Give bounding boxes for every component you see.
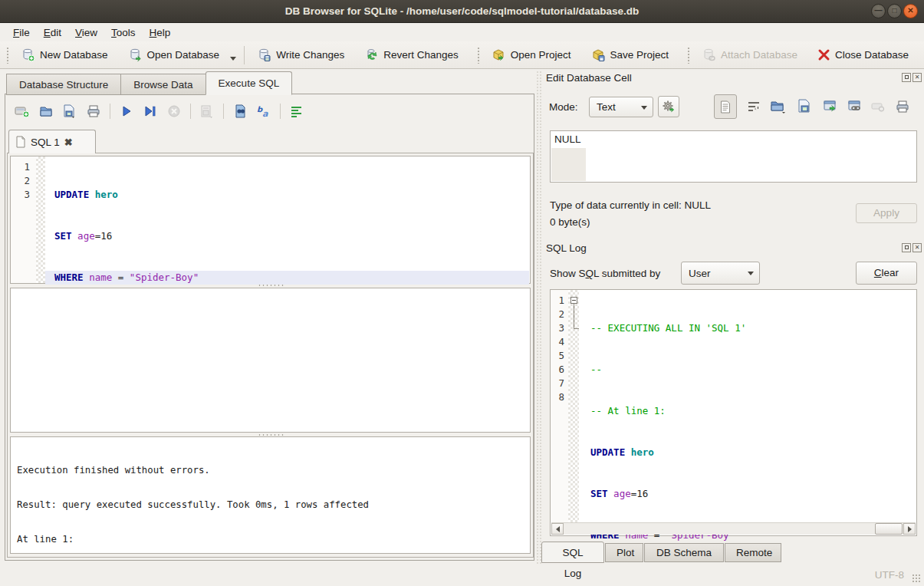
new-database-button[interactable]: New Database bbox=[15, 44, 114, 65]
open-in-app-icon[interactable] bbox=[820, 97, 840, 117]
toolbar-separator bbox=[280, 104, 281, 119]
find-replace-icon[interactable] bbox=[231, 103, 249, 120]
save-project-icon bbox=[591, 48, 606, 62]
maximize-button[interactable]: □ bbox=[887, 4, 902, 18]
chevron-down-icon bbox=[748, 272, 754, 275]
menu-view[interactable]: View bbox=[68, 25, 104, 40]
message-line: At line 1: bbox=[17, 534, 524, 545]
menu-edit[interactable]: Edit bbox=[37, 25, 68, 40]
open-sql-file-icon[interactable] bbox=[37, 103, 55, 120]
status-encoding: UTF-8 bbox=[875, 569, 904, 581]
fold-collapse-icon[interactable] bbox=[571, 297, 577, 304]
set-null-icon bbox=[868, 97, 888, 117]
dock-tab-remote[interactable]: Remote bbox=[725, 543, 781, 562]
sql-editor[interactable]: 1 2 3 UPDATE hero SET age=16 WHERE name … bbox=[10, 156, 531, 284]
auto-switch-mode-button[interactable] bbox=[658, 96, 679, 117]
toolbar-separator bbox=[223, 104, 224, 119]
open-project-button[interactable]: Open Project bbox=[485, 44, 577, 65]
menu-file[interactable]: File bbox=[6, 25, 37, 40]
window-title: DB Browser for SQLite - /home/user/code/… bbox=[0, 0, 924, 22]
link-icon[interactable] bbox=[845, 97, 865, 117]
sql-workspace: 1 2 3 UPDATE hero SET age=16 WHERE name … bbox=[7, 153, 534, 558]
dock-close-icon[interactable]: ✕ bbox=[912, 73, 922, 82]
menu-tools[interactable]: Tools bbox=[104, 25, 143, 40]
new-tab-icon[interactable] bbox=[13, 103, 31, 120]
word-wrap-icon[interactable] bbox=[744, 97, 764, 117]
revert-changes-button[interactable]: Revert Changes bbox=[358, 44, 465, 65]
statusbar: UTF-8 bbox=[0, 564, 924, 586]
sql-toolbar: ba bbox=[13, 101, 306, 121]
splitter-handle[interactable] bbox=[258, 284, 284, 287]
tab-database-structure[interactable]: Database Structure bbox=[6, 74, 121, 95]
scroll-left-icon[interactable] bbox=[551, 523, 564, 535]
dock-float-icon[interactable] bbox=[902, 243, 911, 252]
editor-line: SET age=16 bbox=[45, 229, 529, 243]
toolbar-drag-handle[interactable] bbox=[477, 47, 481, 64]
auto-complete-icon[interactable]: ba bbox=[255, 103, 273, 120]
cell-value-editor[interactable]: NULL bbox=[550, 130, 917, 183]
close-database-icon bbox=[817, 48, 830, 61]
edit-cell-title: Edit Database Cell bbox=[546, 72, 632, 84]
scrollbar-thumb[interactable] bbox=[875, 523, 903, 535]
stop-icon bbox=[165, 103, 183, 120]
close-button[interactable]: ✕ bbox=[903, 4, 918, 18]
toolbar-separator bbox=[110, 104, 110, 119]
execute-sql-panel: ba SQL 1 ✖ 1 2 3 UPDATE hero SET age=16 bbox=[5, 94, 534, 561]
dock-splitter[interactable] bbox=[536, 71, 541, 564]
cell-value: NULL bbox=[554, 133, 581, 145]
results-grid[interactable] bbox=[10, 288, 531, 433]
clear-log-button[interactable]: Clear bbox=[856, 262, 917, 285]
tab-browse-data[interactable]: Browse Data bbox=[120, 74, 206, 95]
editor-fold-margin bbox=[36, 156, 45, 283]
print-icon[interactable] bbox=[84, 103, 103, 120]
open-database-dropdown[interactable] bbox=[230, 57, 236, 61]
resize-grip[interactable] bbox=[912, 574, 921, 583]
dock-tab-db-schema[interactable]: DB Schema bbox=[644, 543, 724, 562]
open-database-button[interactable]: Open Database bbox=[122, 44, 226, 65]
sql-file-icon bbox=[15, 136, 26, 148]
execute-all-icon[interactable] bbox=[117, 103, 136, 120]
save-results-icon bbox=[198, 103, 216, 120]
sql-log-view[interactable]: 1 2 3 4 5 6 7 8 -- EXECUTING ALL IN 'SQL… bbox=[550, 289, 917, 536]
format-icon[interactable] bbox=[288, 103, 306, 120]
gear-icon bbox=[662, 100, 676, 114]
log-filter-label: Show SQL submitted by bbox=[550, 268, 660, 279]
close-database-button[interactable]: Close Database bbox=[811, 45, 915, 64]
attach-database-icon bbox=[702, 48, 716, 62]
save-sql-file-icon[interactable] bbox=[61, 103, 79, 120]
sql-log-title: SQL Log bbox=[546, 242, 587, 254]
log-horizontal-scrollbar[interactable] bbox=[551, 522, 916, 535]
log-filter-select[interactable]: User bbox=[681, 262, 760, 285]
toolbar-drag-handle[interactable] bbox=[687, 47, 691, 64]
tab-execute-sql[interactable]: Execute SQL bbox=[206, 71, 293, 95]
execute-line-icon[interactable] bbox=[141, 103, 159, 120]
dock-tab-sql-log[interactable]: SQL Log bbox=[541, 542, 604, 563]
text-mode-icon[interactable] bbox=[714, 94, 737, 119]
cell-editor-gutter bbox=[551, 148, 586, 181]
revert-changes-icon bbox=[364, 48, 379, 62]
write-changes-button[interactable]: Write Changes bbox=[251, 44, 350, 65]
main-toolbar: New Database Open Database Write Changes… bbox=[0, 41, 924, 69]
editor-line-numbers: 1 2 3 bbox=[11, 156, 36, 283]
dock-tab-plot[interactable]: Plot bbox=[605, 543, 643, 562]
mode-select[interactable]: Text bbox=[589, 97, 653, 117]
execution-messages[interactable]: Execution finished without errors. Resul… bbox=[10, 436, 531, 554]
import-file-icon[interactable] bbox=[768, 97, 788, 117]
scroll-right-icon[interactable] bbox=[903, 523, 916, 535]
dock-float-icon[interactable] bbox=[902, 73, 911, 82]
titlebar[interactable]: DB Browser for SQLite - /home/user/code/… bbox=[0, 0, 924, 23]
save-project-button[interactable]: Save Project bbox=[585, 44, 676, 65]
close-sql-tab-icon[interactable]: ✖ bbox=[64, 137, 73, 148]
dock-close-icon[interactable]: ✕ bbox=[912, 243, 922, 252]
chevron-down-icon bbox=[641, 106, 647, 110]
sql-document-tab[interactable]: SQL 1 ✖ bbox=[8, 130, 96, 153]
export-file-icon[interactable] bbox=[794, 97, 814, 117]
open-project-icon bbox=[492, 48, 506, 62]
toolbar-drag-handle[interactable] bbox=[6, 47, 10, 64]
minimize-button[interactable]: ― bbox=[871, 4, 886, 18]
open-database-icon bbox=[128, 48, 143, 62]
log-line: UPDATE hero bbox=[581, 446, 916, 459]
print-icon[interactable] bbox=[893, 97, 912, 117]
menu-help[interactable]: Help bbox=[143, 25, 178, 40]
log-line: -- At line 1: bbox=[581, 404, 916, 418]
